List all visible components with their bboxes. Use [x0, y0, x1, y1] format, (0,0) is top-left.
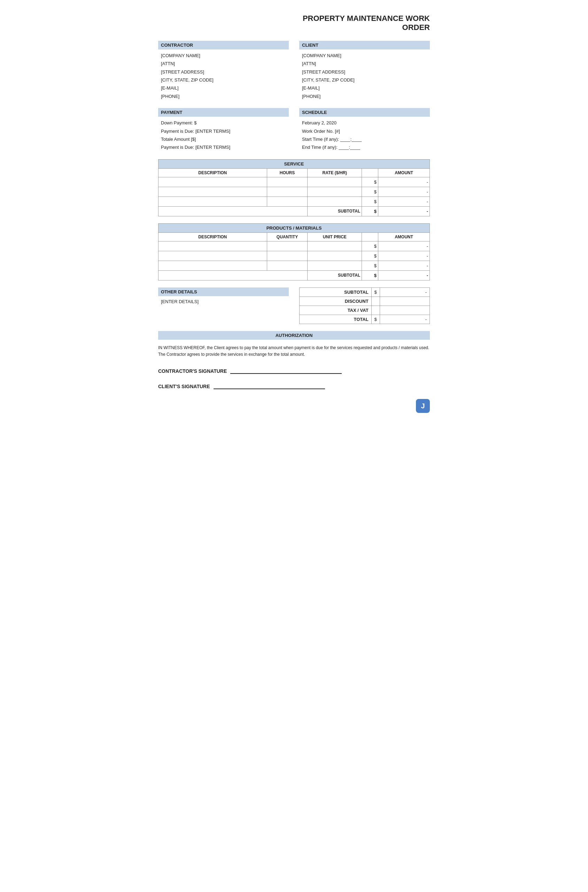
service-desc-1	[159, 177, 267, 187]
schedule-work-order: Work Order No. [#]	[302, 127, 427, 135]
products-qty-2	[267, 251, 308, 261]
service-subtotal-label: SUBTOTAL	[308, 206, 362, 216]
service-hours-1	[267, 177, 308, 187]
client-signature-label: CLIENT'S SIGNATURE	[158, 384, 210, 389]
service-row-1: $ -	[159, 177, 430, 187]
other-details-body: [ENTER DETAILS]	[158, 297, 289, 306]
payment-due2: Payment is Due: [ENTER TERMS]	[161, 143, 286, 151]
totals-block: SUBTOTAL $ - DISCOUNT TAX / VAT TOTAL $ …	[299, 287, 430, 324]
totals-tax-label: TAX / VAT	[300, 306, 372, 315]
contractor-phone: [PHONE]	[161, 92, 286, 101]
products-amount-3: -	[378, 261, 429, 270]
service-dollar-1: $	[362, 177, 378, 187]
products-dollar-3: $	[362, 261, 378, 270]
service-hours-3	[267, 197, 308, 206]
contractor-attn: [ATTN]	[161, 60, 286, 68]
products-col-description: DESCRIPTION	[159, 233, 267, 241]
totals-tax-value	[380, 306, 429, 315]
payment-due1: Payment is Due: [ENTER TERMS]	[161, 127, 286, 135]
contractor-sig-underline	[230, 373, 342, 374]
payment-total: Totale Amount [$]	[161, 135, 286, 143]
client-email: [E-MAIL]	[302, 84, 427, 92]
service-rate-3	[308, 197, 362, 206]
service-desc-2	[159, 187, 267, 197]
totals-subtotal-label: SUBTOTAL	[300, 287, 372, 296]
logo-icon: J	[416, 399, 430, 413]
service-rate-1	[308, 177, 362, 187]
products-col-quantity: QUANTITY	[267, 233, 308, 241]
service-col-rate: RATE ($/HR)	[308, 168, 362, 177]
client-block: CLIENT [COMPANY NAME] [ATTN] [STREET ADD…	[299, 41, 430, 101]
service-dollar-2: $	[362, 187, 378, 197]
products-price-1	[308, 241, 362, 251]
contractor-signature-line: CONTRACTOR'S SIGNATURE	[158, 368, 430, 374]
totals-tax-row: TAX / VAT	[300, 306, 430, 315]
schedule-end: End Time (if any): ____:____	[302, 143, 427, 151]
totals-subtotal-row: SUBTOTAL $ -	[300, 287, 430, 296]
client-header: CLIENT	[299, 41, 430, 50]
products-subtotal-dollar: $	[362, 270, 378, 280]
schedule-body: February 2, 2020 Work Order No. [#] Star…	[299, 118, 430, 152]
products-qty-1	[267, 241, 308, 251]
service-table-header: SERVICE	[159, 159, 430, 168]
totals-table: SUBTOTAL $ - DISCOUNT TAX / VAT TOTAL $ …	[299, 287, 430, 324]
schedule-header: SCHEDULE	[299, 108, 430, 117]
service-subtotal-value: -	[378, 206, 429, 216]
products-qty-3	[267, 261, 308, 270]
totals-total-value: -	[380, 315, 429, 324]
service-subtotal-row: SUBTOTAL $ -	[159, 206, 430, 216]
service-dollar-3: $	[362, 197, 378, 206]
products-price-2	[308, 251, 362, 261]
contractor-company: [COMPANY NAME]	[161, 51, 286, 60]
authorization-text: IN WITNESS WHEREOF, the Client agrees to…	[158, 345, 430, 358]
contractor-body: [COMPANY NAME] [ATTN] [STREET ADDRESS] […	[158, 51, 289, 101]
client-attn: [ATTN]	[302, 60, 427, 68]
document-title: PROPERTY MAINTENANCE WORK ORDER	[158, 14, 430, 32]
service-row-3: $ -	[159, 197, 430, 206]
client-street: [STREET ADDRESS]	[302, 68, 427, 76]
service-amount-3: -	[378, 197, 429, 206]
schedule-block: SCHEDULE February 2, 2020 Work Order No.…	[299, 108, 430, 152]
totals-tax-dollar	[371, 306, 380, 315]
service-col-description: DESCRIPTION	[159, 168, 267, 177]
other-details-header: OTHER DETAILS	[158, 287, 289, 296]
products-row-3: $ -	[159, 261, 430, 270]
products-subtotal-label: SUBTOTAL	[308, 270, 362, 280]
totals-total-dollar: $	[371, 315, 380, 324]
contractor-email: [E-MAIL]	[161, 84, 286, 92]
client-sig-underline	[213, 389, 325, 389]
service-row-2: $ -	[159, 187, 430, 197]
client-signature-line: CLIENT'S SIGNATURE	[158, 384, 430, 389]
products-row-1: $ -	[159, 241, 430, 251]
products-col-dollar	[362, 233, 378, 241]
contractor-header: CONTRACTOR	[158, 41, 289, 50]
totals-discount-label: DISCOUNT	[300, 296, 372, 306]
title-line1: PROPERTY MAINTENANCE WORK	[303, 14, 430, 23]
totals-subtotal-dollar: $	[371, 287, 380, 296]
payment-schedule-section: PAYMENT Down Payment: $ Payment is Due: …	[158, 108, 430, 152]
products-amount-2: -	[378, 251, 429, 261]
products-row-2: $ -	[159, 251, 430, 261]
totals-discount-dollar	[371, 296, 380, 306]
contractor-client-section: CONTRACTOR [COMPANY NAME] [ATTN] [STREET…	[158, 41, 430, 101]
products-table-header: PRODUCTS / MATERIALS	[159, 223, 430, 233]
service-amount-2: -	[378, 187, 429, 197]
payment-body: Down Payment: $ Payment is Due: [ENTER T…	[158, 118, 289, 152]
service-col-amount: AMOUNT	[378, 168, 429, 177]
contractor-signature-label: CONTRACTOR'S SIGNATURE	[158, 368, 227, 374]
authorization-header: AUTHORIZATION	[158, 331, 430, 340]
products-amount-1: -	[378, 241, 429, 251]
authorization-section: AUTHORIZATION IN WITNESS WHEREOF, the Cl…	[158, 331, 430, 389]
products-dollar-1: $	[362, 241, 378, 251]
title-line2: ORDER	[402, 23, 430, 32]
totals-subtotal-value: -	[380, 287, 429, 296]
totals-total-row: TOTAL $ -	[300, 315, 430, 324]
service-hours-2	[267, 187, 308, 197]
products-subtotal-value: -	[378, 270, 429, 280]
payment-block: PAYMENT Down Payment: $ Payment is Due: …	[158, 108, 289, 152]
service-col-dollar	[362, 168, 378, 177]
service-subtotal-dollar: $	[362, 206, 378, 216]
contractor-block: CONTRACTOR [COMPANY NAME] [ATTN] [STREET…	[158, 41, 289, 101]
products-col-unit-price: UNIT PRICE	[308, 233, 362, 241]
totals-discount-value	[380, 296, 429, 306]
